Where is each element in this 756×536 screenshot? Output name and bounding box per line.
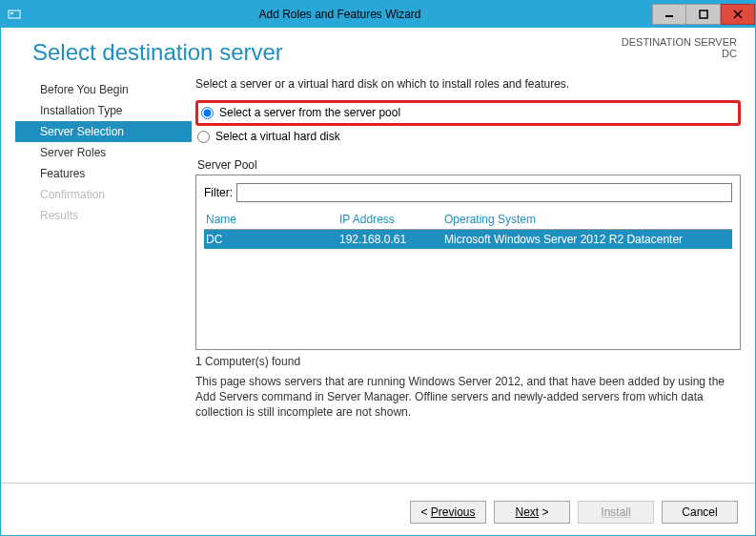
radio-server-pool-label: Select a server from the server pool — [219, 106, 400, 119]
sidebar-item-results: Results — [15, 205, 192, 226]
header-row: Select destination server DESTINATION SE… — [15, 33, 741, 66]
previous-button[interactable]: < Previous — [410, 501, 486, 524]
sidebar-item-server-selection[interactable]: Server Selection — [15, 121, 192, 142]
radio-vhd-input[interactable] — [197, 131, 210, 143]
minimize-button[interactable] — [652, 4, 686, 25]
radio-server-pool[interactable]: Select a server from the server pool — [199, 104, 736, 121]
col-header-name[interactable]: Name — [206, 213, 339, 226]
col-header-ip[interactable]: IP Address — [339, 213, 444, 226]
install-label: Install — [601, 505, 630, 519]
sidebar-item-features[interactable]: Features — [15, 163, 192, 184]
svg-rect-1 — [10, 12, 13, 14]
window-controls — [652, 5, 755, 25]
sidebar-item-installation-type[interactable]: Installation Type — [15, 100, 192, 121]
filter-input[interactable] — [236, 183, 732, 202]
cell-os: Microsoft Windows Server 2012 R2 Datacen… — [444, 233, 730, 246]
server-pool-label: Server Pool — [197, 158, 741, 172]
titlebar[interactable]: Add Roles and Features Wizard — [1, 1, 755, 28]
body-row: Before You Begin Installation Type Serve… — [15, 77, 741, 477]
radio-server-pool-input[interactable] — [201, 107, 214, 119]
computers-found: 1 Computer(s) found — [195, 355, 741, 368]
next-label: Next — [515, 505, 539, 519]
svg-rect-0 — [9, 10, 20, 18]
window-title: Add Roles and Features Wizard — [28, 8, 652, 21]
close-button[interactable] — [721, 4, 755, 25]
sidebar-item-before-you-begin[interactable]: Before You Begin — [15, 79, 192, 100]
cell-ip: 192.168.0.61 — [339, 233, 444, 246]
destination-label: DESTINATION SERVER — [622, 36, 737, 48]
wizard-footer: < Previous Next > Install Cancel — [1, 489, 755, 535]
svg-rect-3 — [700, 10, 707, 18]
next-button[interactable]: Next > — [494, 501, 570, 524]
main-panel: Select a server or a virtual hard disk o… — [192, 77, 741, 477]
wizard-sidebar: Before You Begin Installation Type Serve… — [15, 77, 192, 477]
radio-vhd[interactable]: Select a virtual hard disk — [195, 128, 741, 145]
install-button: Install — [578, 501, 654, 524]
footer-divider — [1, 483, 755, 484]
server-pool-box: Filter: Name IP Address Operating System… — [195, 175, 741, 350]
instruction-text: Select a server or a virtual hard disk o… — [195, 77, 741, 91]
cell-name: DC — [206, 233, 339, 246]
app-icon — [1, 8, 28, 21]
destination-info: DESTINATION SERVER DC — [622, 33, 741, 66]
filter-row: Filter: — [204, 183, 732, 202]
sidebar-item-confirmation: Confirmation — [15, 184, 192, 205]
wizard-window: Add Roles and Features Wizard Select des… — [0, 0, 756, 536]
page-title: Select destination server — [32, 39, 283, 66]
footnote-text: This page shows servers that are running… — [195, 374, 741, 421]
server-table-body: DC 192.168.0.61 Microsoft Windows Server… — [204, 230, 732, 349]
radio-vhd-label: Select a virtual hard disk — [215, 130, 340, 143]
cancel-button[interactable]: Cancel — [662, 501, 738, 524]
col-header-os[interactable]: Operating System — [444, 213, 730, 226]
previous-label: Previous — [431, 505, 476, 519]
sidebar-item-server-roles[interactable]: Server Roles — [15, 142, 192, 163]
highlight-annotation: Select a server from the server pool — [195, 100, 741, 126]
table-row[interactable]: DC 192.168.0.61 Microsoft Windows Server… — [204, 230, 732, 249]
filter-label: Filter: — [204, 186, 233, 199]
content-area: Select destination server DESTINATION SE… — [1, 28, 755, 477]
target-type-radio-group: Select a server from the server pool Sel… — [195, 100, 741, 145]
destination-value: DC — [622, 48, 737, 59]
maximize-button[interactable] — [686, 4, 721, 25]
server-table-header: Name IP Address Operating System — [204, 210, 732, 230]
